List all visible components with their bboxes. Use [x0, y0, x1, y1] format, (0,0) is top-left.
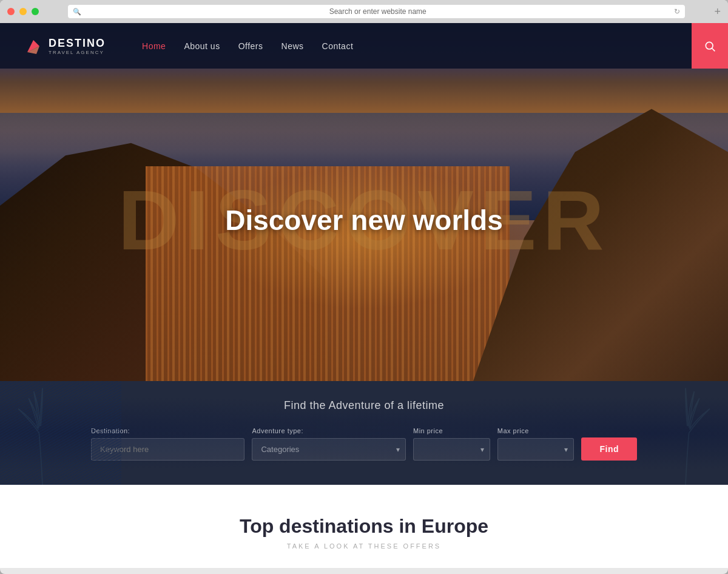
destination-group: Destination: [91, 427, 244, 461]
adventure-select-wrapper: Categories [252, 438, 405, 461]
min-price-group: Min price [413, 427, 490, 461]
hero-title: Discover new worlds [0, 204, 728, 237]
nav-search-button[interactable] [692, 23, 728, 69]
search-section: Find the Adventure of a lifetime Destina… [0, 381, 728, 485]
nav-home[interactable]: Home [142, 41, 166, 51]
refresh-icon[interactable]: ↻ [674, 7, 680, 16]
website: DESTINO TRAVEL AGENCY Home About us Offe… [0, 23, 728, 574]
min-price-label: Min price [413, 427, 490, 434]
minimize-button[interactable] [19, 8, 27, 15]
nav-news[interactable]: News [281, 41, 304, 51]
adventure-select[interactable]: Categories [252, 438, 405, 461]
close-button[interactable] [7, 8, 15, 15]
max-price-select-wrapper [497, 438, 575, 461]
buildings-layer [146, 166, 510, 381]
search-form: Destination: Adventure type: Categories … [91, 427, 637, 461]
hero-background [0, 23, 728, 381]
hero-section: DESTINO TRAVEL AGENCY Home About us Offe… [0, 23, 728, 381]
nav-offers[interactable]: Offers [238, 41, 263, 51]
destination-label: Destination: [91, 427, 244, 434]
max-price-select[interactable] [497, 438, 575, 461]
browser-window: 🔍 Search or enter website name ↻ + [0, 0, 728, 574]
max-price-group: Max price [497, 427, 575, 461]
min-price-select-wrapper [413, 438, 490, 461]
section-title: Top destinations in Europe [24, 515, 704, 538]
logo-icon [24, 37, 42, 55]
svg-point-2 [706, 42, 713, 49]
hero-content: DISCOVER Discover new worlds [0, 204, 728, 237]
nav-contact[interactable]: Contact [322, 41, 354, 51]
max-price-label: Max price [497, 427, 575, 434]
logo-subtitle: TRAVEL AGENCY [49, 50, 106, 55]
destination-input[interactable] [91, 438, 244, 461]
logo-name: DESTINO [49, 37, 106, 50]
find-button[interactable]: Find [581, 437, 637, 461]
navbar: DESTINO TRAVEL AGENCY Home About us Offe… [0, 23, 728, 69]
address-bar[interactable]: 🔍 Search or enter website name ↻ [68, 5, 685, 18]
search-icon [704, 40, 716, 52]
adventure-group: Adventure type: Categories [252, 427, 405, 461]
palm-right-decoration [631, 381, 728, 485]
nav-about[interactable]: About us [184, 41, 220, 51]
search-tagline: Find the Adventure of a lifetime [49, 399, 679, 412]
search-icon: 🔍 [73, 8, 81, 16]
nav-links: Home About us Offers News Contact [142, 41, 692, 51]
adventure-label: Adventure type: [252, 427, 405, 434]
logo-text: DESTINO TRAVEL AGENCY [49, 37, 106, 55]
section-subtitle: TAKE A LOOK AT THESE OFFERS [24, 542, 704, 550]
bottom-section: Top destinations in Europe TAKE A LOOK A… [0, 485, 728, 568]
maximize-button[interactable] [32, 8, 39, 15]
min-price-select[interactable] [413, 438, 490, 461]
new-tab-button[interactable]: + [714, 5, 721, 18]
palm-left-decoration [0, 381, 97, 485]
address-text: Search or enter website name [85, 7, 670, 16]
browser-titlebar: 🔍 Search or enter website name ↻ + [0, 0, 728, 23]
svg-line-3 [712, 48, 715, 51]
logo[interactable]: DESTINO TRAVEL AGENCY [24, 37, 106, 55]
